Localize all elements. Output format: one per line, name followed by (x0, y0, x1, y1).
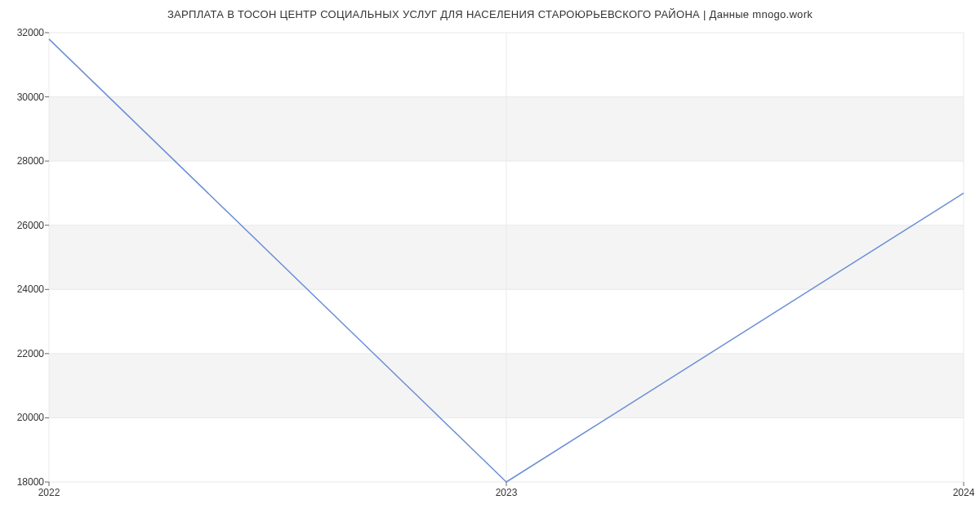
x-tick-label: 2022 (38, 487, 60, 498)
y-tick-label: 26000 (3, 220, 44, 231)
x-tick-label: 2023 (496, 487, 518, 498)
chart-container: ЗАРПЛАТА В ТОСОН ЦЕНТР СОЦИАЛЬНЫХ УСЛУГ … (0, 0, 980, 531)
x-tick-label: 2024 (953, 487, 975, 498)
y-tick-label: 32000 (3, 27, 44, 38)
y-tick-label: 18000 (3, 476, 44, 488)
y-tick-label: 20000 (3, 412, 44, 423)
chart-plot-area (49, 33, 964, 482)
y-tick-label: 24000 (3, 283, 44, 295)
y-tick-label: 22000 (3, 348, 44, 359)
y-tick-label: 28000 (3, 155, 44, 167)
chart-title: ЗАРПЛАТА В ТОСОН ЦЕНТР СОЦИАЛЬНЫХ УСЛУГ … (0, 8, 980, 20)
chart-svg (49, 33, 964, 482)
y-tick-label: 30000 (3, 91, 44, 103)
